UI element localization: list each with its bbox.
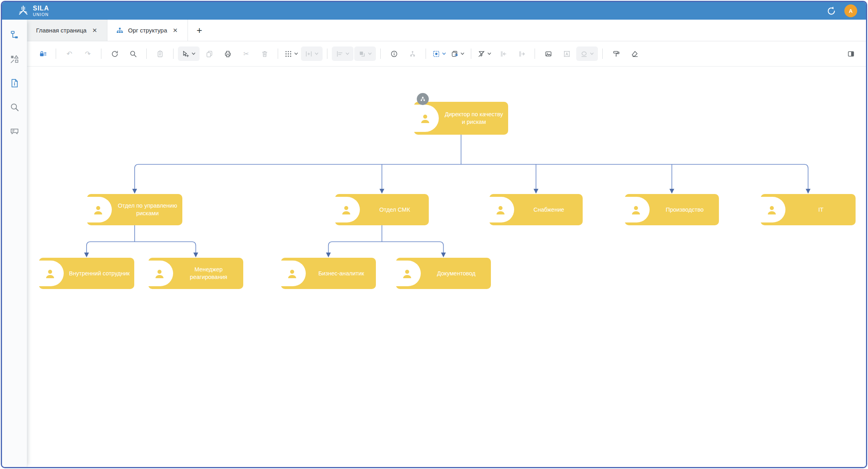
org-node-it[interactable]: IT	[761, 194, 856, 225]
toolbar-separator	[426, 49, 426, 59]
cut-icon: ✂	[243, 51, 249, 57]
person-icon	[87, 197, 112, 222]
tab-label: Орг структура	[128, 27, 167, 34]
hierarchy-icon	[409, 50, 416, 58]
app-window: SILA UNION A Главная страница ✕	[1, 1, 867, 468]
org-node-label: Директор по качеству и рискам	[440, 111, 508, 126]
info-icon	[390, 50, 398, 58]
document-info-icon	[10, 78, 20, 88]
toolbar-separator	[278, 49, 278, 59]
org-node-label: Бизнес-аналитик	[314, 270, 368, 277]
zoom-search-button[interactable]	[124, 46, 142, 61]
avatar[interactable]: A	[844, 4, 857, 17]
selection-button[interactable]	[430, 46, 448, 61]
sidebar-item-document-info[interactable]	[9, 77, 20, 89]
org-node-document-clerk[interactable]: Документовод	[396, 258, 491, 289]
model-tree-icon	[10, 30, 20, 40]
brand-text: SILA UNION	[33, 5, 49, 17]
lock-icon	[39, 50, 46, 58]
chevron-down-icon	[368, 52, 372, 55]
arrange-icon	[358, 50, 366, 58]
sidebar-item-shapes[interactable]	[9, 53, 20, 65]
copy-icon	[206, 50, 213, 58]
chevron-down-icon	[460, 52, 464, 55]
person-icon	[396, 261, 421, 286]
diagram-canvas[interactable]: Директор по качеству и рискамОтдел по уп…	[27, 67, 866, 467]
org-node-risk-dept[interactable]: Отдел по управлению рисками	[87, 194, 182, 225]
org-node-production[interactable]: Производство	[625, 194, 719, 225]
toolbar-separator	[173, 49, 174, 59]
sidebar-item-model-tree[interactable]	[9, 29, 20, 40]
toolbar-separator	[471, 49, 471, 59]
eraser-button[interactable]	[626, 46, 643, 61]
decomposition-badge-icon[interactable]	[417, 93, 429, 105]
toolbar-separator	[146, 49, 147, 59]
org-chart-icon	[116, 27, 123, 34]
org-node-label: IT	[814, 206, 828, 214]
info-button[interactable]	[385, 46, 403, 61]
align-button	[332, 46, 353, 61]
sidebar-item-comments[interactable]	[9, 125, 20, 137]
shapes-icon	[10, 54, 20, 64]
print-button[interactable]	[219, 46, 236, 61]
toolbar-separator	[56, 49, 56, 59]
org-node-smk-dept[interactable]: Отдел СМК	[335, 194, 429, 225]
sidebar-item-search[interactable]	[9, 101, 20, 113]
sync-icon[interactable]	[826, 6, 836, 16]
search-icon	[10, 102, 20, 112]
org-node-supply[interactable]: Снабжение	[489, 194, 583, 225]
org-node-label: Отдел по управлению рисками	[113, 202, 182, 217]
undo-icon: ↶	[67, 51, 72, 57]
zoom-search-icon	[129, 50, 137, 58]
sila-logo-icon	[17, 5, 29, 17]
org-node-response-manager[interactable]: Менеджер реагирования	[148, 258, 243, 289]
org-node-label: Менеджер реагирования	[174, 266, 243, 281]
delete-icon	[261, 50, 268, 58]
new-tab-button[interactable]: +	[188, 20, 211, 41]
arrange-button	[354, 46, 376, 61]
tab-home[interactable]: Главная страница ✕	[27, 20, 107, 41]
comments-icon	[10, 126, 20, 136]
org-node-internal-employee[interactable]: Внутренний сотрудник	[39, 258, 134, 289]
lock-button[interactable]	[34, 46, 51, 61]
close-icon[interactable]: ✕	[91, 26, 98, 35]
align-icon	[336, 50, 343, 58]
person-icon	[414, 105, 439, 132]
panel-toggle-icon	[847, 50, 855, 58]
text-frame-button	[558, 46, 575, 61]
person-icon	[281, 261, 306, 286]
format-painter-icon	[612, 50, 620, 58]
close-icon[interactable]: ✕	[172, 26, 179, 35]
grid-button[interactable]	[283, 46, 300, 61]
brand-line1: SILA	[33, 5, 49, 12]
tab-org-structure[interactable]: Орг структура ✕	[107, 20, 188, 41]
person-icon	[625, 197, 650, 222]
image-button[interactable]	[539, 46, 557, 61]
format-painter-button[interactable]	[607, 46, 625, 61]
spacing-icon	[305, 50, 313, 58]
selection-icon	[432, 50, 440, 58]
pointer-add-button[interactable]	[178, 46, 200, 61]
eraser-icon	[631, 50, 638, 58]
paste-button	[151, 46, 169, 61]
refresh-button[interactable]	[106, 46, 123, 61]
filter-off-button[interactable]	[476, 46, 493, 61]
person-icon	[761, 197, 785, 222]
left-sidebar	[2, 20, 27, 467]
org-node-business-analyst[interactable]: Бизнес-аналитик	[281, 258, 376, 289]
top-bar: SILA UNION A	[2, 2, 866, 20]
export-copy-button[interactable]	[449, 46, 466, 61]
toolbar-separator	[380, 49, 381, 59]
person-icon	[39, 261, 64, 286]
paste-icon	[156, 50, 164, 58]
undo-button: ↶	[61, 46, 78, 61]
chevron-down-icon	[590, 52, 594, 55]
print-icon	[224, 50, 232, 58]
chevron-down-icon	[294, 52, 298, 55]
filter-off-icon	[478, 50, 485, 58]
hierarchy-button	[404, 46, 421, 61]
panel-toggle-button[interactable]	[842, 46, 860, 61]
image-icon	[545, 50, 552, 58]
org-node-director[interactable]: Директор по качеству и рискам	[414, 102, 508, 135]
spacing-button	[301, 46, 323, 61]
